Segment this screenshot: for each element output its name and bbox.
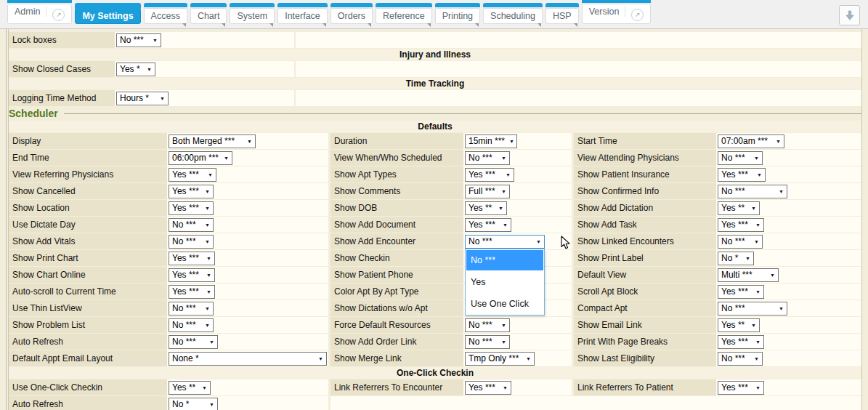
setting-label: Link Referrers To Patient	[574, 379, 716, 395]
view-referring-physicians-select[interactable]: Yes ***▼	[169, 168, 216, 182]
scroll-apt-block-select[interactable]: Yes ***▼	[718, 285, 764, 299]
setting-value-cell: No ***▼	[716, 350, 861, 366]
setting-row: Show Add VitalsNo ***▼Show Add Encounter…	[9, 233, 861, 249]
tab-system[interactable]: System	[230, 8, 275, 24]
select-value: Yes ***	[721, 337, 748, 347]
show-cancelled-select[interactable]: Yes ***▼	[169, 185, 214, 198]
show-last-eligibility-select[interactable]: No ***▼	[718, 352, 763, 366]
show-problem-list-select[interactable]: No ***▼	[169, 318, 214, 332]
force-default-resources-select[interactable]: No ***▼	[465, 318, 510, 332]
lock-boxes-select[interactable]: No ***▼	[116, 33, 161, 47]
show-add-encounter-select[interactable]: No ***▼	[465, 235, 545, 249]
auto-refresh-select[interactable]: No ***▼	[169, 335, 218, 349]
select-value: Yes **	[721, 203, 745, 213]
dropdown-caret-icon: ▼	[501, 323, 506, 328]
setting-value-cell: Yes ***▼	[167, 183, 328, 199]
show-comments-select[interactable]: Full ***▼	[465, 185, 510, 198]
show-add-dictation-select[interactable]: Yes **▼	[718, 201, 760, 215]
dropdown-caret-icon: ▼	[147, 67, 152, 72]
setting-label: Show Last Eligibility	[574, 350, 716, 366]
setting-value-cell: Yes ***▼	[463, 379, 572, 395]
setting-value-cell: No *▼	[716, 250, 861, 266]
tab-scheduling[interactable]: Scheduling	[483, 8, 543, 24]
tab-interface[interactable]: Interface	[277, 8, 328, 24]
show-add-vitals-select[interactable]: No ***▼	[169, 235, 214, 249]
setting-label-text: View When/Who Scheduled	[334, 153, 442, 163]
setting-label-text: Default Appt Email Layout	[12, 353, 113, 363]
setting-label-text: Show Dictations w/o Apt	[334, 303, 428, 313]
compact-apt-select[interactable]: No ***▼	[718, 302, 787, 315]
setting-label-text: Show Problem List	[12, 320, 85, 330]
tab-orders[interactable]: Orders	[330, 8, 373, 24]
auto-scroll-to-current-time-select[interactable]: Yes ***▼	[169, 285, 215, 299]
view-attending-physicians-select[interactable]: No ***▼	[718, 151, 763, 165]
setting-label: Show Apt Types	[330, 166, 463, 182]
show-location-select[interactable]: Yes ***▼	[169, 201, 214, 215]
tab-version[interactable]: Version↗	[582, 4, 652, 24]
auto-refresh-select[interactable]: No *▼	[169, 398, 218, 410]
setting-label: Show Print Label	[574, 250, 716, 266]
select-value: Tmp Only ***	[469, 353, 519, 363]
dropdown-option[interactable]: No ***	[466, 250, 543, 270]
settings-content: Lock boxesNo ***▼Injury and IllnessShow …	[0, 29, 868, 410]
show-print-chart-select[interactable]: Yes ***▼	[169, 252, 215, 265]
end-time-select[interactable]: 06:00pm ***▼	[169, 151, 232, 165]
show-closed-cases-select[interactable]: Yes *▼	[116, 63, 155, 76]
dropdown-caret-icon: ▼	[755, 385, 760, 390]
show-linked-encounters-select[interactable]: No ***▼	[718, 235, 763, 249]
show-patient-insurance-select[interactable]: Yes ***▼	[718, 168, 766, 182]
setting-label: Show Add Dictation	[574, 200, 716, 216]
show-add-order-link-select[interactable]: No ***▼	[465, 335, 510, 349]
use-dictate-day-select[interactable]: No ***▼	[169, 218, 214, 232]
tab-reference[interactable]: Reference	[376, 8, 432, 24]
logging-time-method-select[interactable]: Hours *▼	[116, 92, 169, 105]
dropdown-caret-icon: ▼	[754, 356, 759, 361]
setting-row: Auto RefreshNo ***▼Show Add Order LinkNo…	[9, 334, 861, 350]
setting-label-text: Show Checkin	[334, 253, 390, 263]
show-merge-link-select[interactable]: Tmp Only ***▼	[465, 352, 535, 366]
link-referrers-to-encounter-select[interactable]: Yes ***▼	[465, 381, 511, 395]
show-email-link-select[interactable]: Yes **▼	[718, 318, 760, 332]
view-when-who-scheduled-select[interactable]: No ***▼	[465, 151, 510, 165]
tab-printing[interactable]: Printing	[435, 8, 480, 24]
popout-icon: ↗	[52, 9, 65, 21]
setting-label-text: Show Print Label	[577, 253, 644, 263]
setting-label: Show Problem List	[9, 317, 167, 333]
use-one-click-checkin-select[interactable]: Yes **▼	[169, 381, 211, 395]
tab-access[interactable]: Access	[144, 8, 187, 24]
one-click-checkin-table: Use One-Click CheckinYes **▼Link Referre…	[9, 379, 868, 410]
tab-label: Printing	[442, 11, 473, 21]
start-time-select[interactable]: 07:00am ***▼	[718, 134, 784, 148]
tab-admin[interactable]: Admin↗	[7, 4, 72, 24]
show-confirmed-info-select[interactable]: No ***▼	[718, 185, 787, 198]
scheduler-section: Scheduler	[9, 107, 861, 120]
display-select[interactable]: Both Merged ***▼	[169, 134, 256, 148]
setting-label: Show Checkin	[330, 250, 463, 266]
use-thin-listview-select[interactable]: No ***▼	[169, 302, 214, 315]
setting-label-text: Start Time	[577, 136, 617, 146]
tab-chart[interactable]: Chart	[190, 8, 227, 24]
link-referrers-to-patient-select[interactable]: Yes ***▼	[718, 381, 764, 395]
dropdown-caret-icon: ▼	[779, 189, 784, 194]
show-apt-types-select[interactable]: Yes ***▼	[465, 168, 514, 182]
duration-select[interactable]: 15min ***▼	[465, 134, 517, 148]
show-chart-online-select[interactable]: Yes ***▼	[169, 268, 215, 282]
dropdown-option[interactable]: Yes	[466, 271, 544, 293]
setting-value-cell: No ***▼	[463, 317, 572, 333]
dropdown-caret-icon: ▼	[754, 239, 759, 244]
show-print-label-select[interactable]: No *▼	[718, 252, 754, 265]
tab-my-settings[interactable]: My Settings	[75, 8, 140, 24]
dropdown-option[interactable]: Use One Click	[466, 293, 544, 315]
select-value: Yes **	[721, 320, 745, 330]
default-view-select[interactable]: Multi ***▼	[718, 268, 779, 282]
select-value: 15min ***	[469, 136, 505, 146]
download-button[interactable]	[839, 5, 860, 25]
tab-hsp[interactable]: HSP	[545, 8, 579, 24]
select-value: Yes ***	[172, 270, 199, 280]
show-dob-select[interactable]: Yes **▼	[465, 201, 507, 215]
print-with-page-breaks-select[interactable]: Yes ***▼	[718, 335, 764, 349]
default-appt-email-layout-select[interactable]: None *▼	[169, 352, 327, 366]
show-add-task-select[interactable]: Yes ***▼	[718, 218, 764, 232]
setting-label-text: Print With Page Breaks	[577, 337, 668, 347]
show-add-document-select[interactable]: Yes ***▼	[465, 218, 511, 232]
